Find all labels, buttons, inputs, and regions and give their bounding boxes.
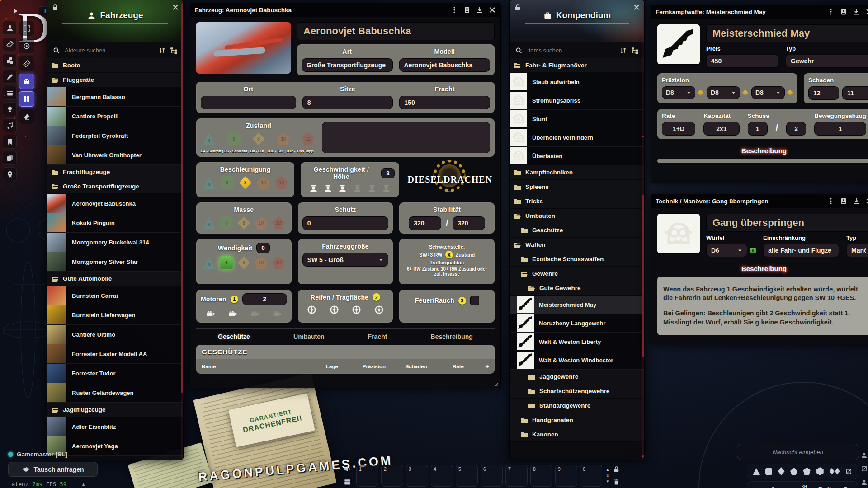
toolbar-card-controls[interactable] [3, 151, 17, 165]
captain-pip-icon[interactable] [353, 184, 362, 193]
d20-die-button[interactable] [816, 467, 824, 475]
stabilitaet-max-input[interactable] [453, 216, 485, 230]
directory-row[interactable]: Jagdflugzeuge [47, 403, 183, 417]
vehicle-sheet-titlebar[interactable]: Fahrzeug: Aeronovjet Babuschka [190, 3, 500, 17]
create-folder-icon[interactable] [631, 47, 639, 54]
toolbar-dice-controls[interactable] [3, 53, 17, 67]
directory-row[interactable]: Staub aufwirbeln [510, 73, 644, 91]
typ-input[interactable] [846, 244, 868, 257]
kebab-menu-icon[interactable] [827, 197, 835, 205]
die-icon[interactable]: 4 [203, 216, 216, 230]
directory-row[interactable]: Strömungsabriss [510, 91, 644, 110]
directory-row[interactable]: Kampftechniken [510, 165, 644, 180]
die-icon[interactable]: 6 [227, 132, 241, 145]
sheet-tab[interactable]: Beschreibung [431, 333, 473, 340]
directory-row[interactable]: Gute Gewehre [510, 281, 644, 296]
roll-button[interactable]: Roll [818, 485, 831, 488]
player-dice-icon[interactable] [842, 486, 849, 488]
close-icon[interactable] [865, 197, 868, 205]
toolbar-sound-controls[interactable] [3, 118, 17, 132]
die-select[interactable]: D8 [751, 86, 785, 99]
subtool-eraser[interactable] [19, 109, 34, 124]
weapon-name[interactable]: Meisterschmied May [706, 24, 868, 42]
directory-row[interactable]: Geschütze [510, 223, 644, 238]
die-icon[interactable]: 6 [221, 176, 234, 189]
directory-row[interactable]: Exotische Schusswaffen [510, 252, 644, 267]
die-icon[interactable]: 4 [203, 132, 216, 145]
journal-icon[interactable] [840, 8, 847, 15]
directory-row[interactable]: Forrester Laster Modell AA [47, 344, 183, 364]
directory-row[interactable]: Adler Eisenblitz [47, 417, 183, 436]
die-select[interactable]: D8 [662, 86, 695, 99]
die-icon[interactable]: 10 [257, 176, 270, 189]
directory-row[interactable]: Burnstein Carrai [47, 286, 183, 305]
fahrzeuggroesse-select[interactable]: SW 5 - Groß [302, 253, 389, 267]
captain-pip-icon[interactable] [338, 184, 347, 193]
directory-row[interactable]: Walt & Weston Liberty [510, 333, 644, 351]
hotbar-slot[interactable]: 2 [381, 465, 403, 487]
directory-row[interactable]: Fahr- & Flugmanöver [510, 58, 644, 73]
wheel-icon[interactable] [307, 305, 316, 314]
directory-row[interactable]: Große Transportflugzeuge [47, 179, 183, 194]
zustand-notes-textarea[interactable] [322, 122, 490, 153]
die-icon[interactable]: 12 [272, 256, 285, 269]
toolbar-drawing-controls[interactable] [3, 70, 17, 84]
directory-row[interactable]: Gewehre [510, 267, 644, 281]
lock-icon[interactable] [514, 4, 521, 11]
schaden-input[interactable] [808, 86, 839, 100]
user-icon[interactable] [861, 479, 868, 486]
close-icon[interactable] [865, 8, 868, 15]
directory-row[interactable]: Aeronovjet Babuschka [47, 194, 183, 213]
engine-icon[interactable] [227, 309, 238, 318]
einschraenkung-input[interactable] [763, 244, 839, 257]
download-icon[interactable] [853, 197, 860, 205]
vehicle-portrait[interactable] [196, 22, 291, 74]
die-icon[interactable]: 12 [302, 132, 315, 145]
kapazitaet-input[interactable] [703, 122, 739, 136]
page-up-icon[interactable]: ▲ [606, 467, 609, 472]
download-icon[interactable] [476, 6, 483, 14]
captain-pip-icon[interactable] [323, 184, 333, 193]
toolbar-region-controls[interactable] [3, 167, 17, 181]
die-icon[interactable]: 8 [237, 256, 250, 269]
d4-die-button[interactable] [753, 468, 760, 475]
hotbar-slot[interactable]: 0 [580, 465, 602, 487]
directory-row[interactable]: Van Uhrwerk Ornithopter [47, 145, 183, 165]
die-icon[interactable]: 12 [275, 176, 288, 189]
directory-row[interactable]: Waffen [510, 238, 644, 252]
directory-row[interactable]: Überholen verhindern [510, 128, 644, 147]
directory-row[interactable]: Stunt [510, 110, 644, 128]
feuer-checkbox[interactable] [470, 296, 479, 305]
hotbar-page-control[interactable]: ▲ 1 ▼ [605, 465, 610, 487]
weapon-sheet-titlebar[interactable]: Fernkampfwaffe: Meisterschmied May [651, 5, 868, 19]
sitze-input[interactable] [302, 96, 393, 109]
directory-row[interactable]: Burnstein Lieferwagen [47, 305, 183, 325]
beschreibung-tab[interactable]: Beschreibung [657, 147, 868, 155]
sort-icon[interactable] [158, 47, 166, 54]
kebab-menu-icon[interactable] [827, 8, 835, 15]
directory-row[interactable]: Montgomery Silver Star [47, 252, 183, 272]
directory-row[interactable]: Frachtflugzeuge [47, 165, 183, 179]
mute-icon[interactable] [344, 465, 351, 473]
stabilitaet-current-input[interactable] [409, 216, 441, 230]
d6-die-button[interactable] [765, 468, 772, 475]
directory-row[interactable]: Noruzheny Langgewehr [510, 314, 644, 333]
hotbar-slot[interactable]: 5 [456, 465, 478, 487]
directory-row[interactable]: Standardgewehre [510, 399, 644, 413]
die-icon[interactable]: 4 [203, 176, 216, 189]
art-input[interactable] [302, 58, 393, 72]
directory-row[interactable]: Boote [47, 58, 183, 73]
beschreibung-tab[interactable]: Beschreibung [657, 265, 868, 272]
subtool-target[interactable] [19, 38, 34, 54]
directory-row[interactable]: Tricks [510, 194, 644, 209]
clear-dice-icon[interactable] [845, 468, 852, 475]
directory-row[interactable]: Umbauten [510, 209, 644, 223]
die-select[interactable]: D8 [707, 86, 740, 99]
hotbar-slot[interactable]: 6 [481, 465, 503, 487]
schuss-input[interactable] [748, 122, 768, 136]
motoren-input[interactable] [242, 293, 287, 305]
die-icon[interactable]: 10 [255, 216, 268, 230]
subtool-select-all[interactable] [19, 21, 34, 36]
geschwindigkeit-value[interactable]: 3 [381, 168, 394, 178]
subtool-ruler[interactable] [19, 56, 34, 71]
